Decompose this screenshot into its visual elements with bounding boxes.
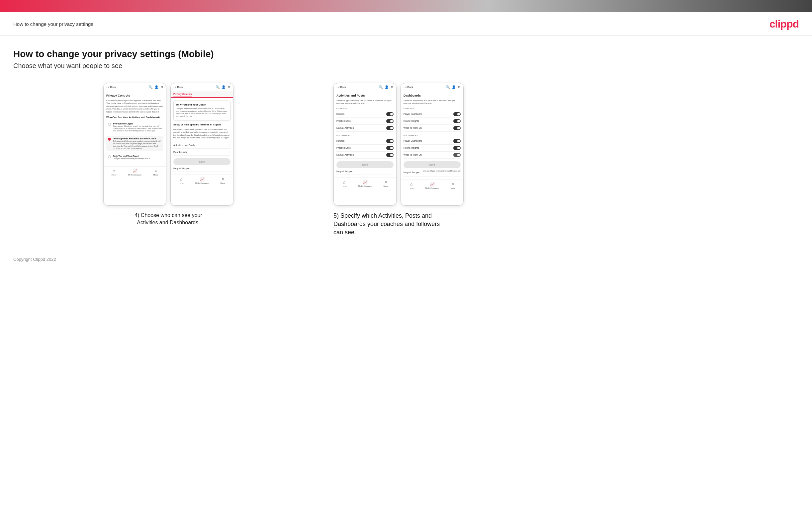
phone1-nav-menu[interactable]: ≡ Menu bbox=[145, 169, 166, 176]
performance-icon: 📈 bbox=[133, 169, 138, 173]
follower-player-dash-toggle[interactable] bbox=[453, 139, 461, 143]
coach-drills-label: Practice Drills bbox=[337, 120, 351, 122]
coach-manual-toggle[interactable] bbox=[386, 126, 394, 130]
phone4-perf-label: My Performance bbox=[425, 187, 439, 189]
phone2-nav-home[interactable]: ⌂ Home bbox=[171, 177, 192, 184]
phone4-help-item[interactable]: Help & Support Visit our Clippd communit… bbox=[404, 168, 461, 177]
dashboards-item[interactable]: Dashboards › bbox=[173, 149, 231, 156]
phone-dashboards: ‹ < Back 🔍 👤 ⚙ Dashboards Select the das… bbox=[401, 83, 464, 206]
phone4-nav: ‹ < Back 🔍 👤 ⚙ bbox=[401, 83, 463, 91]
phone1-nav-perf-label: My Performance bbox=[128, 174, 142, 176]
phone1-nav-home[interactable]: ⌂ Home bbox=[104, 169, 124, 176]
follower-rounds-label: Rounds bbox=[337, 140, 344, 142]
follower-rounds-toggle[interactable] bbox=[386, 139, 394, 143]
coach-drills-toggle[interactable] bbox=[386, 119, 394, 123]
search-icon4: 🔍 bbox=[446, 85, 450, 89]
phone1-back: ‹ < Back bbox=[106, 86, 116, 89]
home-icon: ⌂ bbox=[113, 169, 115, 173]
top-bar bbox=[0, 0, 812, 12]
performance-icon4: 📈 bbox=[430, 182, 435, 186]
header-title: How to change your privacy settings bbox=[13, 21, 93, 27]
follower-round-insights-toggle-row: Round Insights bbox=[404, 145, 461, 152]
phone4-coaches-label: COACHES bbox=[404, 108, 461, 110]
follower-what-to-work-toggle[interactable] bbox=[453, 153, 461, 157]
chevron-left-icon2: ‹ bbox=[173, 86, 174, 89]
dashboards-arrow-icon: › bbox=[230, 150, 231, 154]
follower-player-dash-toggle-row: Player Dashboard bbox=[404, 138, 461, 145]
group-step5: ‹ < Back 🔍 👤 ⚙ Activities and Posts Sele… bbox=[334, 83, 799, 237]
phone2-perf-label: My Performance bbox=[195, 182, 209, 184]
phone3-section-title: Activities and Posts bbox=[337, 94, 394, 97]
phone2-nav-performance[interactable]: 📈 My Performance bbox=[192, 177, 212, 184]
phone4-back: ‹ < Back bbox=[404, 86, 413, 89]
search-icon: 🔍 bbox=[148, 85, 152, 89]
phone3-help-item[interactable]: Help & Support bbox=[337, 168, 394, 175]
activities-posts-item[interactable]: Activities and Posts › bbox=[173, 142, 231, 149]
coach-round-insights-toggle[interactable] bbox=[453, 119, 461, 123]
footer: Copyright Clippd 2022 bbox=[0, 247, 812, 269]
phone1-nav-icons: 🔍 👤 ⚙ bbox=[148, 85, 163, 89]
follower-player-dash-label: Player Dashboard bbox=[404, 140, 422, 142]
phone3-content: Activities and Posts Select the types of… bbox=[334, 91, 396, 177]
page-subtitle: Choose what you want people to see bbox=[13, 62, 799, 70]
card-title: Only You and Your Coach bbox=[176, 103, 228, 106]
person-icon: 👤 bbox=[154, 85, 158, 89]
phones-pair-step5: ‹ < Back 🔍 👤 ⚙ Activities and Posts Sele… bbox=[334, 83, 464, 206]
phone4-nav-menu[interactable]: ≡ Menu bbox=[442, 182, 463, 189]
help-support-item[interactable]: Help & Support bbox=[173, 165, 231, 172]
phone2-save-button[interactable]: Save bbox=[173, 158, 231, 165]
phone3-save-button[interactable]: Save bbox=[337, 161, 394, 168]
coach-what-to-work-toggle-row: What To Work On bbox=[404, 125, 461, 132]
phone2-nav-icons: 🔍 👤 ⚙ bbox=[215, 85, 231, 89]
radio-approved-text: Only Approved Followers and Your Coach O… bbox=[113, 137, 162, 150]
follower-manual-toggle[interactable] bbox=[386, 153, 394, 157]
activities-posts-label: Activities and Posts bbox=[173, 144, 195, 147]
phone3-home-label: Home bbox=[342, 185, 347, 187]
phone1-nav-menu-label: Menu bbox=[153, 174, 158, 176]
only-you-coach-card: Only You and Your Coach Only you and the… bbox=[173, 101, 231, 120]
phone3-back: ‹ < Back bbox=[337, 86, 346, 89]
radio-only-you[interactable]: Only You and Your Coach Only you and the… bbox=[106, 153, 163, 162]
phone3-nav-menu[interactable]: ≡ Menu bbox=[375, 180, 396, 187]
radio-approved[interactable]: Only Approved Followers and Your Coach O… bbox=[106, 136, 163, 151]
menu-icon: ≡ bbox=[154, 169, 157, 173]
phone4-help-desc: Visit our Clippd community to troublesho… bbox=[423, 170, 461, 173]
coach-rounds-toggle[interactable] bbox=[386, 112, 394, 116]
phone2-tab-strip: Privacy Controls bbox=[171, 91, 233, 98]
menu-icon3: ≡ bbox=[385, 180, 387, 184]
header: How to change your privacy settings clip… bbox=[0, 12, 812, 35]
follower-drills-toggle[interactable] bbox=[386, 146, 394, 150]
radio-approved-circle bbox=[108, 138, 111, 141]
phone2-info-text: Regardless of the privacy controls that … bbox=[173, 128, 231, 139]
search-icon2: 🔍 bbox=[215, 85, 219, 89]
radio-everyone-label: Everyone on Clippd bbox=[113, 122, 162, 125]
home-icon4: ⌂ bbox=[410, 182, 412, 186]
phone4-nav-home[interactable]: ⌂ Home bbox=[401, 182, 422, 189]
phone3-nav: ‹ < Back 🔍 👤 ⚙ bbox=[334, 83, 396, 91]
performance-icon3: 📈 bbox=[363, 180, 368, 184]
phone1-nav-performance[interactable]: 📈 My Performance bbox=[124, 169, 146, 176]
radio-everyone-circle bbox=[108, 123, 111, 126]
phone3-body: Select the types of activity that you'd … bbox=[337, 99, 394, 105]
phone4-content: Dashboards Select the dashboards that yo… bbox=[401, 91, 463, 179]
phone2-nav-menu[interactable]: ≡ Menu bbox=[212, 177, 233, 184]
coach-what-to-work-toggle[interactable] bbox=[453, 126, 461, 130]
radio-everyone[interactable]: Everyone on Clippd Everyone on Clippd ca… bbox=[106, 121, 163, 134]
phone3-nav-icons: 🔍 👤 ⚙ bbox=[378, 85, 394, 89]
phone3-coaches-label: COACHES bbox=[337, 108, 394, 110]
coach-drills-toggle-row: Practice Drills bbox=[337, 118, 394, 125]
privacy-controls-tab[interactable]: Privacy Controls bbox=[173, 93, 192, 97]
phone2-menu-label: Menu bbox=[220, 182, 225, 184]
phone3-nav-performance[interactable]: 📈 My Performance bbox=[355, 180, 375, 187]
follower-round-insights-toggle[interactable] bbox=[453, 146, 461, 150]
radio-only-you-text: Only You and Your Coach Only you and the… bbox=[113, 155, 150, 160]
phone-activities-posts: ‹ < Back 🔍 👤 ⚙ Activities and Posts Sele… bbox=[334, 83, 397, 206]
phone3-nav-home[interactable]: ⌂ Home bbox=[334, 180, 355, 187]
phone4-nav-performance[interactable]: 📈 My Performance bbox=[422, 182, 443, 189]
radio-approved-label: Only Approved Followers and Your Coach bbox=[113, 137, 162, 140]
step4-caption: 4) Choose who can see your Activities an… bbox=[129, 212, 208, 227]
phone4-save-button[interactable]: Save bbox=[404, 161, 461, 168]
coach-player-dash-toggle[interactable] bbox=[453, 112, 461, 116]
coach-manual-label: Manual Activities bbox=[337, 127, 354, 129]
phone4-help-label: Help & Support bbox=[404, 171, 420, 174]
